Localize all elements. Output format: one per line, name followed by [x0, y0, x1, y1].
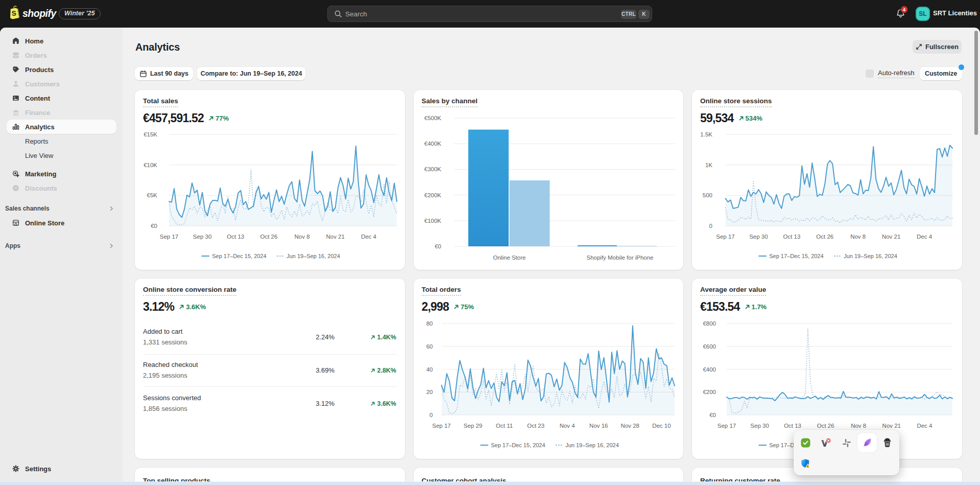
svg-text:0: 0 [709, 223, 712, 229]
svg-text:Shopify Mobile for iPhone: Shopify Mobile for iPhone [586, 255, 653, 261]
svg-text:Nov 21: Nov 21 [326, 234, 344, 240]
svg-text:Dec 4: Dec 4 [361, 234, 377, 240]
svg-text:€500K: €500K [424, 115, 441, 121]
svg-text:1K: 1K [705, 162, 712, 168]
svg-text:S: S [11, 9, 16, 17]
svg-text:€800: €800 [703, 320, 716, 327]
svg-text:Oct 26: Oct 26 [260, 234, 277, 240]
svg-text:Nov 28: Nov 28 [620, 423, 639, 429]
svg-text:Oct 13: Oct 13 [783, 234, 800, 240]
svg-text:€0: €0 [151, 223, 157, 229]
svg-text:80: 80 [426, 320, 433, 327]
svg-text:Sep 17: Sep 17 [718, 423, 736, 429]
svg-text:Nov 21: Nov 21 [882, 423, 901, 429]
svg-text:Oct 13: Oct 13 [784, 423, 801, 429]
svg-text:€300K: €300K [424, 166, 441, 172]
svg-text:€10K: €10K [144, 162, 157, 168]
svg-text:Sep 17: Sep 17 [160, 234, 178, 240]
svg-text:Sep 17–Dec 15, 2024: Sep 17–Dec 15, 2024 [491, 442, 545, 448]
svg-text:Online Store: Online Store [493, 255, 525, 261]
svg-text:€400: €400 [703, 366, 716, 373]
svg-text:Sep 30: Sep 30 [749, 234, 768, 240]
svg-text:Nov 21: Nov 21 [882, 234, 900, 240]
svg-text:Sep 30: Sep 30 [193, 234, 211, 240]
svg-text:40: 40 [426, 366, 433, 373]
svg-text:€5K: €5K [147, 192, 158, 198]
svg-text:Nov 8: Nov 8 [295, 234, 310, 240]
svg-text:Oct 13: Oct 13 [227, 234, 244, 240]
svg-text:Dec 10: Dec 10 [652, 423, 671, 429]
svg-text:€600: €600 [703, 343, 716, 350]
svg-text:Oct 26: Oct 26 [817, 423, 834, 429]
svg-text:Sep 29: Sep 29 [463, 423, 482, 429]
svg-text:shopify: shopify [22, 8, 57, 19]
svg-text:Oct 11: Oct 11 [496, 423, 513, 429]
svg-text:€400K: €400K [424, 141, 441, 147]
svg-text:Oct 26: Oct 26 [816, 234, 833, 240]
svg-text:Sep 17–Dec 15, 2024: Sep 17–Dec 15, 2024 [769, 253, 823, 259]
svg-text:Nov 16: Nov 16 [589, 423, 608, 429]
svg-text:Sep 30: Sep 30 [750, 423, 769, 429]
svg-text:Jun 19–Sep 16, 2024: Jun 19–Sep 16, 2024 [844, 253, 897, 259]
svg-text:20: 20 [426, 389, 433, 395]
svg-text:1.5K: 1.5K [700, 131, 712, 137]
svg-text:60: 60 [426, 343, 433, 350]
svg-text:Sep 17: Sep 17 [716, 234, 734, 240]
svg-text:Dec 4: Dec 4 [917, 234, 933, 240]
svg-text:Dec 4: Dec 4 [917, 423, 933, 429]
svg-text:Sep 17: Sep 17 [432, 423, 450, 429]
svg-text:Nov 8: Nov 8 [851, 423, 866, 429]
svg-text:€0: €0 [435, 243, 441, 249]
svg-text:Oct 23: Oct 23 [527, 423, 544, 429]
svg-text:Nov 8: Nov 8 [850, 234, 866, 240]
svg-text:Sep 17–Dec 15, 2024: Sep 17–Dec 15, 2024 [212, 253, 266, 259]
svg-text:€200K: €200K [424, 192, 441, 198]
svg-text:Jun 19–Sep 16, 2024: Jun 19–Sep 16, 2024 [286, 253, 340, 259]
svg-text:€200: €200 [703, 389, 716, 395]
svg-text:€15K: €15K [144, 131, 157, 137]
svg-text:Jun 19–Sep 16, 2024: Jun 19–Sep 16, 2024 [565, 442, 619, 448]
svg-text:500: 500 [703, 192, 712, 198]
svg-text:Nov 4: Nov 4 [559, 423, 575, 429]
svg-text:0: 0 [429, 412, 433, 418]
svg-text:€0: €0 [709, 412, 716, 418]
svg-text:€100K: €100K [424, 218, 441, 224]
